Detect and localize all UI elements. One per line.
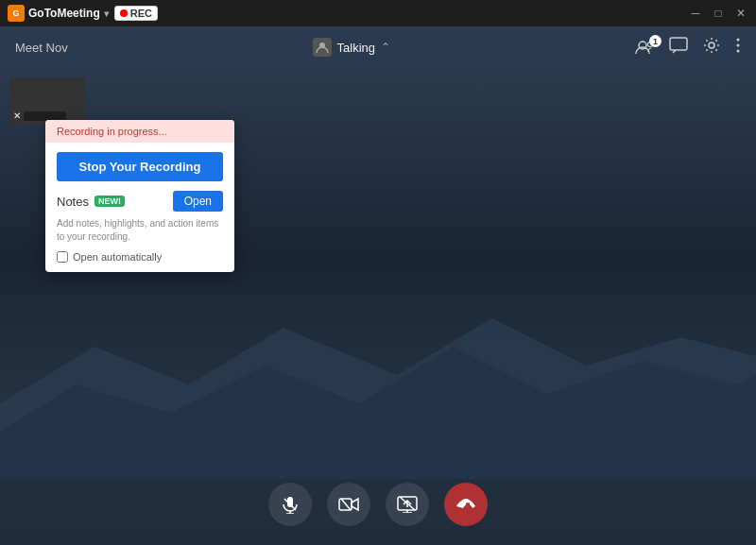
hangup-button[interactable] xyxy=(444,483,488,526)
auto-open-checkbox[interactable] xyxy=(57,251,68,263)
rec-dot xyxy=(120,9,128,17)
recording-popup: Recording in progress... Stop Your Recor… xyxy=(45,120,234,272)
notes-description: Add notes, highlights, and action items … xyxy=(57,217,223,244)
title-bar-left: G GoToMeeting ▾ REC xyxy=(8,5,158,22)
rec-badge[interactable]: REC xyxy=(114,6,158,21)
person-icon xyxy=(313,38,332,57)
popup-body: Stop Your Recording Notes NEW! Open Add … xyxy=(45,143,234,272)
auto-open-row: Open automatically xyxy=(57,251,223,263)
chevron-down-icon[interactable]: ▾ xyxy=(104,9,109,19)
svg-rect-3 xyxy=(670,38,687,50)
participants-count: 1 xyxy=(649,35,662,47)
new-badge: NEW! xyxy=(94,196,125,207)
mute-button[interactable] xyxy=(268,483,312,526)
participant-name xyxy=(24,111,66,121)
minimize-button[interactable]: ─ xyxy=(688,6,703,21)
meeting-bar: Meet Nov Talking ⌃ 1 xyxy=(0,26,756,68)
svg-point-4 xyxy=(709,43,714,48)
participant-thumbnail: ✕ xyxy=(9,77,85,125)
close-button[interactable]: ✕ xyxy=(733,6,748,21)
svg-point-7 xyxy=(736,49,739,52)
svg-point-5 xyxy=(736,38,739,41)
maximize-button[interactable]: □ xyxy=(711,6,726,21)
stop-recording-button[interactable]: Stop Your Recording xyxy=(57,152,223,181)
svg-line-19 xyxy=(400,497,415,510)
background-mountains xyxy=(0,290,756,479)
main-content: ✕ Recording in progress... Stop Your Rec… xyxy=(0,68,756,545)
screen-share-button[interactable] xyxy=(386,483,429,526)
notes-row: Notes NEW! Open xyxy=(57,191,223,212)
bottom-controls xyxy=(268,483,488,526)
mute-x-icon: ✕ xyxy=(13,111,21,121)
notes-label: Notes xyxy=(57,195,89,209)
more-button[interactable] xyxy=(735,37,741,59)
meeting-title: Meet Nov xyxy=(15,41,68,55)
auto-open-label: Open automatically xyxy=(73,251,162,263)
svg-line-15 xyxy=(341,499,351,510)
logo-icon: G xyxy=(8,5,25,22)
settings-button[interactable] xyxy=(703,37,720,59)
participants-button[interactable]: 1 xyxy=(635,40,654,55)
talking-label: Talking xyxy=(337,41,375,55)
recording-in-progress-text: Recording in progress... xyxy=(57,126,167,137)
window-controls: ─ □ ✕ xyxy=(688,6,748,21)
talking-chevron: ⌃ xyxy=(381,41,390,54)
rec-label: REC xyxy=(130,8,152,19)
recording-in-progress-header: Recording in progress... xyxy=(45,120,234,143)
app-logo: G GoToMeeting ▾ xyxy=(8,5,109,22)
talking-indicator: Talking ⌃ xyxy=(313,38,390,57)
svg-point-6 xyxy=(736,43,739,46)
meeting-bar-right: 1 xyxy=(635,37,741,59)
chat-button[interactable] xyxy=(669,37,688,59)
open-notes-button[interactable]: Open xyxy=(173,191,223,212)
app-name: GoToMeeting xyxy=(28,7,100,20)
video-button[interactable] xyxy=(327,483,370,526)
title-bar: G GoToMeeting ▾ REC ─ □ ✕ xyxy=(0,0,756,26)
